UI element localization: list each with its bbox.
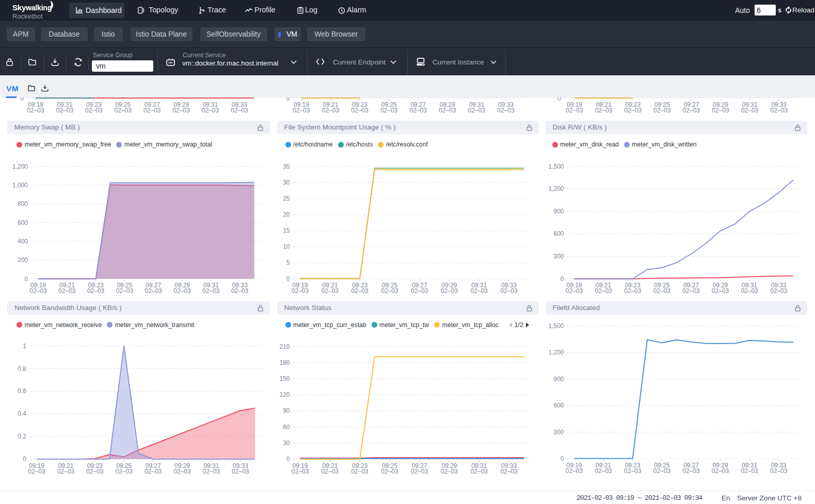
svg-text:02–03: 02–03	[470, 468, 488, 475]
svg-text:0: 0	[24, 275, 28, 282]
svg-text:35: 35	[283, 162, 290, 170]
svg-text:0: 0	[286, 275, 290, 282]
svg-text:02–03: 02–03	[770, 287, 788, 295]
svg-text:30: 30	[283, 178, 290, 186]
svg-text:0: 0	[560, 455, 564, 462]
svg-text:02–03: 02–03	[172, 107, 190, 114]
svg-text:02–03: 02–03	[771, 107, 788, 114]
svg-text:02–03: 02–03	[87, 287, 105, 295]
svg-text:02–03: 02–03	[439, 107, 456, 114]
svg-text:02–03: 02–03	[624, 467, 642, 475]
svg-text:02–03: 02–03	[381, 287, 398, 295]
svg-text:120: 120	[279, 391, 290, 398]
svg-text:1,000: 1,000	[12, 181, 28, 188]
svg-text:02–03: 02–03	[770, 467, 788, 475]
svg-text:02–03: 02–03	[321, 287, 339, 295]
svg-text:02–03: 02–03	[380, 107, 398, 114]
svg-text:02–03: 02–03	[741, 467, 758, 475]
svg-text:02–03: 02–03	[173, 468, 191, 475]
svg-text:02–03: 02–03	[351, 468, 369, 475]
svg-text:02–03: 02–03	[291, 287, 309, 295]
svg-text:02–03: 02–03	[381, 468, 398, 475]
svg-text:02–03: 02–03	[231, 287, 249, 295]
svg-text:02–03: 02–03	[58, 287, 76, 295]
svg-text:210: 210	[279, 343, 290, 350]
svg-text:02–03: 02–03	[682, 467, 700, 475]
svg-text:0: 0	[286, 97, 290, 102]
svg-text:02–03: 02–03	[653, 287, 670, 295]
svg-text:02–03: 02–03	[85, 107, 103, 114]
svg-text:1,500: 1,500	[548, 162, 564, 170]
svg-text:02–03: 02–03	[741, 287, 758, 295]
svg-text:02–03: 02–03	[595, 467, 612, 475]
svg-text:02–03: 02–03	[624, 287, 642, 295]
svg-text:02–03: 02–03	[28, 468, 45, 475]
svg-text:02–03: 02–03	[173, 287, 191, 295]
svg-text:02–03: 02–03	[500, 287, 518, 295]
svg-text:10: 10	[283, 243, 290, 250]
svg-text:0.4: 0.4	[18, 410, 26, 417]
svg-text:0: 0	[20, 97, 24, 102]
svg-text:02–03: 02–03	[56, 107, 74, 114]
svg-text:02–03: 02–03	[116, 468, 133, 475]
svg-text:02–03: 02–03	[115, 107, 132, 114]
svg-text:300: 300	[553, 429, 564, 436]
svg-text:02–03: 02–03	[682, 287, 700, 295]
svg-text:02–03: 02–03	[566, 107, 583, 114]
svg-text:90: 90	[283, 407, 290, 414]
svg-text:02–03: 02–03	[711, 467, 729, 475]
svg-text:02–03: 02–03	[27, 107, 44, 114]
svg-text:02–03: 02–03	[468, 107, 486, 114]
svg-text:900: 900	[553, 207, 564, 215]
svg-text:02–03: 02–03	[203, 468, 220, 475]
svg-text:02–03: 02–03	[86, 468, 104, 475]
svg-text:1: 1	[23, 343, 26, 350]
svg-text:1,200: 1,200	[12, 162, 28, 170]
svg-text:60: 60	[283, 424, 290, 431]
svg-text:02–03: 02–03	[145, 287, 163, 295]
svg-text:02–03: 02–03	[57, 468, 75, 475]
svg-text:02–03: 02–03	[440, 468, 458, 475]
svg-text:800: 800	[18, 200, 28, 207]
svg-text:02–03: 02–03	[411, 287, 428, 295]
svg-text:02–03: 02–03	[712, 107, 729, 114]
svg-text:0: 0	[23, 456, 26, 463]
svg-text:600: 600	[553, 402, 564, 409]
svg-text:02–03: 02–03	[116, 287, 134, 295]
svg-text:0.2: 0.2	[18, 433, 26, 440]
svg-text:150: 150	[279, 375, 290, 382]
svg-text:600: 600	[553, 230, 564, 237]
svg-text:400: 400	[18, 237, 28, 245]
svg-text:02–03: 02–03	[653, 467, 670, 475]
svg-text:02–03: 02–03	[232, 468, 249, 475]
svg-text:02–03: 02–03	[500, 468, 518, 475]
svg-text:02–03: 02–03	[29, 287, 47, 295]
svg-text:25: 25	[283, 194, 290, 202]
svg-text:02–03: 02–03	[711, 287, 729, 295]
svg-text:02–03: 02–03	[565, 467, 583, 475]
svg-text:30: 30	[283, 440, 290, 447]
svg-text:1,500: 1,500	[548, 322, 564, 330]
svg-text:15: 15	[283, 227, 290, 234]
svg-text:02–03: 02–03	[741, 107, 759, 114]
svg-text:02–03: 02–03	[322, 107, 340, 114]
svg-text:02–03: 02–03	[595, 287, 612, 295]
svg-text:02–03: 02–03	[321, 468, 339, 475]
svg-text:0.8: 0.8	[18, 365, 26, 372]
svg-text:02–03: 02–03	[683, 107, 700, 114]
svg-text:02–03: 02–03	[470, 287, 488, 295]
svg-text:20: 20	[283, 210, 290, 218]
svg-text:02–03: 02–03	[143, 107, 161, 114]
svg-text:02–03: 02–03	[351, 287, 369, 295]
svg-text:1,200: 1,200	[548, 185, 564, 192]
svg-text:0.6: 0.6	[18, 387, 26, 395]
svg-text:02–03: 02–03	[440, 287, 458, 295]
svg-text:200: 200	[18, 256, 28, 264]
svg-text:02–03: 02–03	[625, 107, 642, 114]
svg-text:02–03: 02–03	[231, 107, 248, 114]
svg-text:02–03: 02–03	[411, 468, 428, 475]
svg-text:180: 180	[279, 359, 290, 366]
svg-text:02–03: 02–03	[497, 107, 515, 114]
svg-text:02–03: 02–03	[410, 107, 427, 114]
svg-text:5: 5	[286, 259, 290, 266]
